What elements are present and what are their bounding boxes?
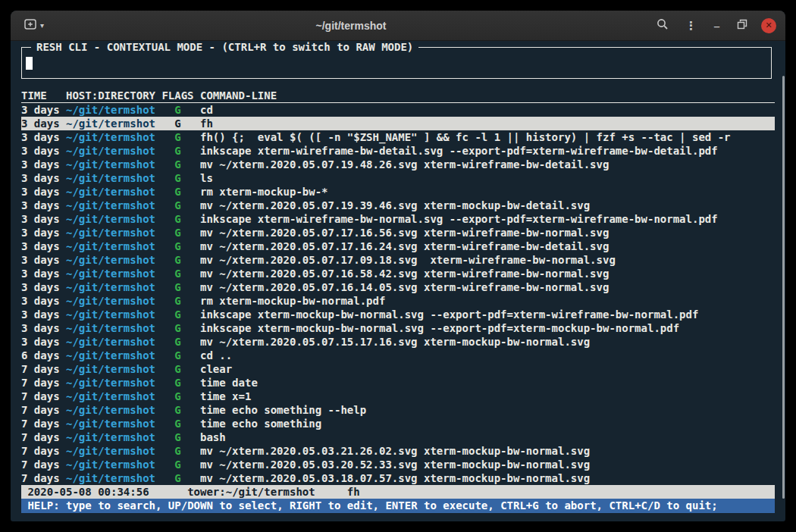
- row-flags: G: [161, 144, 193, 158]
- row-host: ~/git/termshot: [66, 403, 155, 417]
- row-command: mv ~/xterm.2020.05.03.20.52.33.svg xterm…: [200, 458, 775, 471]
- row-command: mv ~/xterm.2020.05.07.16.14.05.svg xterm…: [200, 280, 775, 294]
- history-row[interactable]: 7 days~/git/termshotGmv ~/xterm.2020.05.…: [21, 458, 775, 471]
- row-command: mv ~/xterm.2020.05.07.19.48.26.svg xterm…: [200, 158, 775, 171]
- new-tab-button[interactable]: ▾: [20, 16, 49, 35]
- row-flags: G: [161, 103, 193, 117]
- row-host: ~/git/termshot: [66, 349, 155, 362]
- history-row[interactable]: 7 days~/git/termshotGtime echo something: [21, 417, 775, 430]
- row-flags: G: [161, 199, 193, 212]
- row-host: ~/git/termshot: [66, 321, 155, 335]
- row-command: time echo something: [200, 417, 775, 430]
- row-flags: G: [161, 267, 193, 280]
- row-flags: G: [161, 253, 193, 267]
- row-time: 3 days: [21, 130, 60, 144]
- history-row[interactable]: 7 days~/git/termshotGtime date: [21, 376, 775, 390]
- minimize-button[interactable]: –: [710, 18, 723, 33]
- row-time: 7 days: [21, 417, 60, 430]
- row-command: cd: [200, 103, 775, 117]
- row-host: ~/git/termshot: [66, 130, 155, 144]
- scrollbar[interactable]: [782, 76, 785, 499]
- row-host: ~/git/termshot: [66, 308, 155, 321]
- history-row[interactable]: 7 days~/git/termshotGmv ~/xterm.2020.05.…: [21, 471, 775, 485]
- history-row[interactable]: 7 days~/git/termshotGbash: [21, 430, 775, 444]
- history-row[interactable]: 7 days~/git/termshotGclear: [21, 362, 775, 376]
- text-cursor: [26, 57, 33, 70]
- row-command: mv ~/xterm.2020.05.07.17.09.18.svg xterm…: [200, 253, 775, 267]
- row-flags: G: [161, 158, 193, 171]
- row-flags: G: [161, 403, 193, 417]
- history-row[interactable]: 3 days~/git/termshotGinkscape xterm-mock…: [21, 321, 775, 335]
- row-flags: G: [161, 308, 193, 321]
- row-host: ~/git/termshot: [66, 212, 155, 226]
- row-flags: G: [161, 430, 193, 444]
- history-row[interactable]: 3 days~/git/termshotGcd: [21, 103, 775, 117]
- row-host: ~/git/termshot: [66, 335, 155, 349]
- row-command: rm xterm-mockup-bw-normal.pdf: [200, 294, 775, 308]
- row-command: fh() {; eval $( ([ -n "$ZSH_NAME" ] && f…: [200, 130, 775, 144]
- history-row[interactable]: 3 days~/git/termshotGmv ~/xterm.2020.05.…: [21, 226, 775, 239]
- row-command: time echo something --help: [200, 403, 775, 417]
- history-row[interactable]: 3 days~/git/termshotGmv ~/xterm.2020.05.…: [21, 267, 775, 280]
- history-row[interactable]: 3 days~/git/termshotGinkscape xterm-mock…: [21, 308, 775, 321]
- row-time: 3 days: [21, 280, 60, 294]
- history-row[interactable]: 7 days~/git/termshotGtime x=1: [21, 390, 775, 403]
- history-row[interactable]: 3 days~/git/termshotGmv ~/xterm.2020.05.…: [21, 199, 775, 212]
- history-row[interactable]: 3 days~/git/termshotGmv ~/xterm.2020.05.…: [21, 158, 775, 171]
- history-row[interactable]: 3 days~/git/termshotGinkscape xterm-wire…: [21, 144, 775, 158]
- row-command: mv ~/xterm.2020.05.07.19.39.46.svg xterm…: [200, 199, 775, 212]
- row-flags: G: [161, 376, 193, 390]
- row-flags: G: [161, 185, 193, 199]
- row-time: 3 days: [21, 212, 60, 226]
- row-flags: G: [161, 349, 193, 362]
- history-row[interactable]: 3 days~/git/termshotGmv ~/xterm.2020.05.…: [21, 253, 775, 267]
- row-flags: G: [161, 471, 193, 485]
- row-host: ~/git/termshot: [66, 117, 155, 130]
- history-row[interactable]: 3 days~/git/termshotGfh: [21, 117, 775, 130]
- row-host: ~/git/termshot: [66, 280, 155, 294]
- row-flags: G: [161, 130, 193, 144]
- search-button[interactable]: [653, 17, 672, 34]
- row-command: rm xterm-mockup-bw-*: [200, 185, 775, 199]
- row-time: 7 days: [21, 376, 60, 390]
- history-row[interactable]: 3 days~/git/termshotGfh() {; eval $( ([ …: [21, 130, 775, 144]
- history-row[interactable]: 3 days~/git/termshotGls: [21, 171, 775, 185]
- row-time: 3 days: [21, 199, 60, 212]
- history-row[interactable]: 3 days~/git/termshotGinkscape xterm-wire…: [21, 212, 775, 226]
- row-command: time date: [200, 376, 775, 390]
- row-flags: G: [161, 226, 193, 239]
- row-flags: G: [161, 458, 193, 471]
- close-button[interactable]: ✕: [761, 18, 776, 33]
- row-host: ~/git/termshot: [66, 144, 155, 158]
- history-row[interactable]: 6 days~/git/termshotGcd ..: [21, 349, 775, 362]
- row-host: ~/git/termshot: [66, 253, 155, 267]
- search-icon: [657, 19, 669, 33]
- row-time: 3 days: [21, 144, 60, 158]
- row-command: inkscape xterm-mockup-bw-normal.svg --ex…: [200, 308, 775, 321]
- history-header: TIME HOST:DIRECTORY FLAGS COMMAND-LINE: [21, 89, 775, 103]
- row-flags: G: [161, 117, 193, 130]
- history-row[interactable]: 3 days~/git/termshotGmv ~/xterm.2020.05.…: [21, 280, 775, 294]
- row-host: ~/git/termshot: [66, 294, 155, 308]
- row-command: clear: [200, 362, 775, 376]
- row-time: 7 days: [21, 458, 60, 471]
- history-row[interactable]: 3 days~/git/termshotGmv ~/xterm.2020.05.…: [21, 239, 775, 253]
- row-host: ~/git/termshot: [66, 199, 155, 212]
- titlebar: ▾ ~/git/termshot ⋮ – ✕: [11, 11, 785, 41]
- restore-button[interactable]: [734, 17, 751, 33]
- row-time: 3 days: [21, 185, 60, 199]
- row-flags: G: [161, 390, 193, 403]
- row-host: ~/git/termshot: [66, 267, 155, 280]
- history-row[interactable]: 3 days~/git/termshotGrm xterm-mockup-bw-…: [21, 294, 775, 308]
- restore-icon: [737, 18, 747, 33]
- row-time: 6 days: [21, 349, 60, 362]
- menu-button[interactable]: ⋮: [682, 18, 700, 33]
- help-bar: HELP: type to search, UP/DOWN to select,…: [21, 499, 775, 513]
- resh-search-input[interactable]: RESH CLI - CONTEXTUAL MODE - (CTRL+R to …: [21, 47, 772, 79]
- history-row[interactable]: 3 days~/git/termshotGmv ~/xterm.2020.05.…: [21, 335, 775, 349]
- row-host: ~/git/termshot: [66, 239, 155, 253]
- history-row[interactable]: 7 days~/git/termshotGmv ~/xterm.2020.05.…: [21, 444, 775, 458]
- history-row[interactable]: 7 days~/git/termshotGtime echo something…: [21, 403, 775, 417]
- history-row[interactable]: 3 days~/git/termshotGrm xterm-mockup-bw-…: [21, 185, 775, 199]
- row-time: 3 days: [21, 239, 60, 253]
